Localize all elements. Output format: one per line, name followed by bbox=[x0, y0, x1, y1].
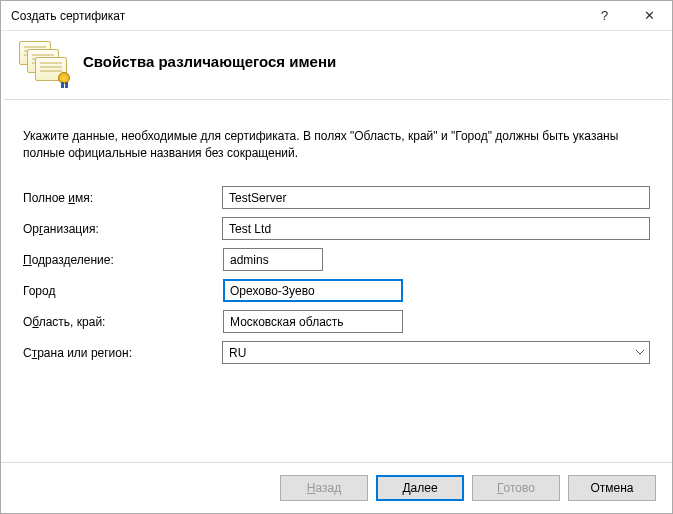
content-area: Укажите данные, необходимые для сертифик… bbox=[1, 100, 672, 462]
row-organization: Организация: bbox=[23, 216, 650, 242]
label-organization: Организация: bbox=[23, 222, 222, 236]
help-icon: ? bbox=[601, 8, 608, 23]
label-state: Область, край: bbox=[23, 315, 223, 329]
country-input[interactable] bbox=[222, 341, 650, 364]
finish-button: Готово bbox=[472, 475, 560, 501]
label-city: Город bbox=[23, 284, 223, 298]
next-button[interactable]: Далее bbox=[376, 475, 464, 501]
help-button[interactable]: ? bbox=[582, 1, 627, 30]
instructions-text: Укажите данные, необходимые для сертифик… bbox=[23, 128, 643, 163]
close-icon: ✕ bbox=[644, 8, 655, 23]
dialog-window: Создать сертификат ? ✕ Свойства различаю… bbox=[0, 0, 673, 514]
country-select[interactable] bbox=[222, 341, 650, 364]
header: Свойства различающегося имени bbox=[1, 31, 672, 99]
ou-input[interactable] bbox=[223, 248, 323, 271]
state-input[interactable] bbox=[223, 310, 403, 333]
certificate-icon bbox=[19, 41, 65, 81]
window-title: Создать сертификат bbox=[11, 9, 582, 23]
row-city: Город bbox=[23, 278, 650, 304]
label-country: Страна или регион: bbox=[23, 346, 222, 360]
back-button: Назад bbox=[280, 475, 368, 501]
titlebar: Создать сертификат ? ✕ bbox=[1, 1, 672, 31]
row-ou: Подразделение: bbox=[23, 247, 650, 273]
organization-input[interactable] bbox=[222, 217, 650, 240]
label-ou: Подразделение: bbox=[23, 253, 223, 267]
cancel-button[interactable]: Отмена bbox=[568, 475, 656, 501]
close-button[interactable]: ✕ bbox=[627, 1, 672, 30]
row-country: Страна или регион: bbox=[23, 340, 650, 366]
common-name-input[interactable] bbox=[222, 186, 650, 209]
page-heading: Свойства различающегося имени bbox=[83, 53, 336, 70]
row-state: Область, край: bbox=[23, 309, 650, 335]
row-common-name: Полное имя: bbox=[23, 185, 650, 211]
footer: Назад Далее Готово Отмена bbox=[1, 462, 672, 513]
label-common-name: Полное имя: bbox=[23, 191, 222, 205]
city-input[interactable] bbox=[223, 279, 403, 302]
